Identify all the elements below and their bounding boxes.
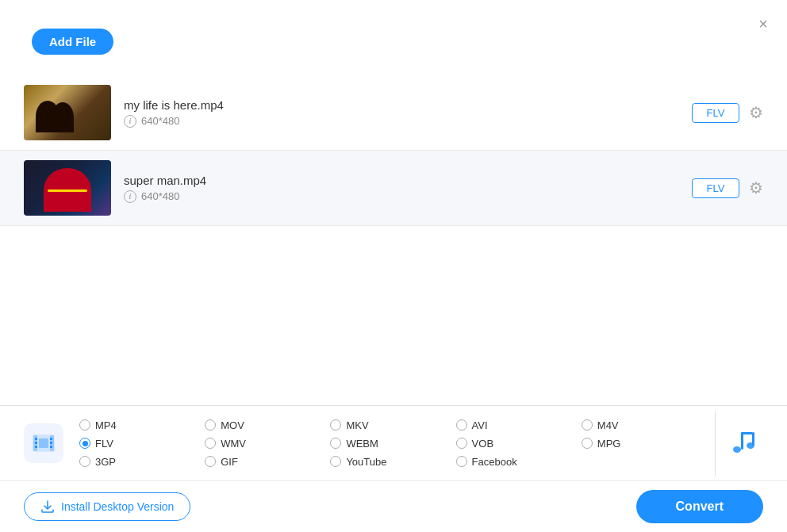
radio-facebook[interactable] <box>456 456 467 467</box>
svg-point-10 <box>733 446 741 453</box>
install-desktop-button[interactable]: Install Desktop Version <box>24 492 190 521</box>
file-thumbnail <box>24 160 111 216</box>
add-file-button[interactable]: Add File <box>32 29 113 55</box>
radio-mp4[interactable] <box>79 419 90 431</box>
settings-icon[interactable]: ⚙ <box>749 103 763 122</box>
svg-rect-9 <box>39 438 48 448</box>
radio-mkv[interactable] <box>330 419 341 431</box>
format-label-mov: MOV <box>221 419 244 431</box>
format-option-mp4[interactable]: MP4 <box>79 419 205 431</box>
format-option-facebook[interactable]: Facebook <box>456 456 582 468</box>
info-icon: i <box>124 190 136 203</box>
file-list: my life is here.mp4 i 640*480 FLV ⚙ supe… <box>0 75 787 405</box>
close-button[interactable]: × <box>755 13 771 35</box>
format-label-mkv: MKV <box>346 419 368 431</box>
radio-avi[interactable] <box>456 419 467 431</box>
video-icon-box <box>24 423 63 463</box>
file-resolution: 640*480 <box>141 190 179 202</box>
file-meta: i 640*480 <box>124 115 679 128</box>
radio-wmv[interactable] <box>205 438 216 449</box>
svg-rect-8 <box>50 446 52 448</box>
format-label-facebook: Facebook <box>472 456 517 468</box>
format-badge[interactable]: FLV <box>692 178 739 198</box>
format-option-vob[interactable]: VOB <box>456 438 582 450</box>
svg-rect-13 <box>741 432 753 434</box>
format-label-mpg: MPG <box>597 438 621 450</box>
format-option-wmv[interactable]: WMV <box>205 438 330 450</box>
radio-youtube[interactable] <box>330 456 341 467</box>
format-option-avi[interactable]: AVI <box>456 419 582 431</box>
bottom-panel: MP4 MOV MKV AVI M4V FLV <box>0 405 787 532</box>
audio-icon-area[interactable] <box>716 427 771 461</box>
format-options-grid: MP4 MOV MKV AVI M4V FLV <box>71 411 716 476</box>
file-name: super man.mp4 <box>124 174 679 187</box>
format-label-youtube: YouTube <box>346 456 386 468</box>
format-label-mp4: MP4 <box>95 419 117 431</box>
music-icon <box>729 427 758 461</box>
format-label-gif: GIF <box>221 456 238 468</box>
format-label-3gp: 3GP <box>95 456 116 468</box>
format-option-mov[interactable]: MOV <box>205 419 330 431</box>
settings-icon[interactable]: ⚙ <box>749 178 763 197</box>
close-icon: × <box>758 15 768 33</box>
radio-webm[interactable] <box>330 438 341 449</box>
format-option-m4v[interactable]: M4V <box>582 419 707 431</box>
info-icon: i <box>124 115 136 128</box>
format-option-flv[interactable]: FLV <box>79 438 205 450</box>
svg-rect-6 <box>50 438 52 440</box>
svg-rect-14 <box>752 432 754 446</box>
format-label-vob: VOB <box>472 438 493 450</box>
file-info: my life is here.mp4 i 640*480 <box>124 98 679 128</box>
radio-gif[interactable] <box>205 456 216 467</box>
file-item: my life is here.mp4 i 640*480 FLV ⚙ <box>0 75 787 151</box>
format-label-m4v: M4V <box>597 419 619 431</box>
svg-rect-5 <box>35 446 37 448</box>
format-option-3gp[interactable]: 3GP <box>79 456 205 468</box>
radio-flv[interactable] <box>79 438 90 449</box>
video-format-icon-area <box>16 423 71 463</box>
download-icon <box>40 499 55 514</box>
format-selector: MP4 MOV MKV AVI M4V FLV <box>0 406 787 480</box>
svg-rect-3 <box>35 438 37 440</box>
film-icon <box>32 431 56 455</box>
radio-m4v[interactable] <box>582 419 593 431</box>
action-bar: Install Desktop Version Convert <box>0 480 787 532</box>
radio-mpg[interactable] <box>582 438 593 449</box>
format-option-webm[interactable]: WEBM <box>330 438 455 450</box>
svg-rect-7 <box>50 442 52 444</box>
convert-button[interactable]: Convert <box>636 490 763 523</box>
radio-vob[interactable] <box>456 438 467 449</box>
format-option-youtube[interactable]: YouTube <box>330 456 455 468</box>
format-label-flv: FLV <box>95 438 113 450</box>
file-resolution: 640*480 <box>141 115 179 127</box>
file-thumbnail <box>24 85 111 140</box>
svg-rect-12 <box>741 432 743 450</box>
format-badge[interactable]: FLV <box>692 103 739 123</box>
format-label-wmv: WMV <box>221 438 246 450</box>
format-option-mkv[interactable]: MKV <box>330 419 455 431</box>
file-meta: i 640*480 <box>124 190 679 203</box>
file-actions: FLV ⚙ <box>692 178 763 198</box>
file-item: super man.mp4 i 640*480 FLV ⚙ <box>0 151 787 226</box>
format-option-gif[interactable]: GIF <box>205 456 330 468</box>
file-info: super man.mp4 i 640*480 <box>124 174 679 203</box>
format-label-avi: AVI <box>472 419 488 431</box>
file-actions: FLV ⚙ <box>692 103 763 123</box>
file-name: my life is here.mp4 <box>124 98 679 112</box>
radio-3gp[interactable] <box>79 456 90 467</box>
format-label-webm: WEBM <box>346 438 378 450</box>
format-option-mpg[interactable]: MPG <box>582 438 707 450</box>
install-label: Install Desktop Version <box>61 500 174 513</box>
svg-rect-4 <box>35 442 37 444</box>
radio-mov[interactable] <box>205 419 216 431</box>
